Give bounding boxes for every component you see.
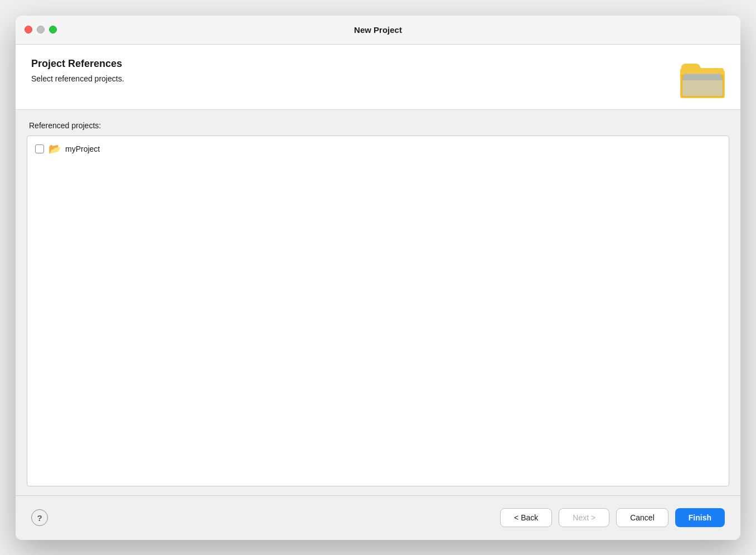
title-bar: New Project bbox=[16, 16, 740, 45]
header-subtitle: Select referenced projects. bbox=[31, 74, 124, 83]
footer-buttons: < Back Next > Cancel Finish bbox=[500, 508, 725, 527]
header-text: Project References Select referenced pro… bbox=[31, 58, 124, 83]
content-label: Referenced projects: bbox=[27, 121, 729, 130]
back-button[interactable]: < Back bbox=[500, 508, 552, 527]
content-area: Referenced projects: 📂 myProject bbox=[16, 110, 740, 495]
project-item[interactable]: 📂 myProject bbox=[32, 141, 724, 157]
next-button: Next > bbox=[559, 508, 609, 527]
project-checkbox[interactable] bbox=[35, 144, 44, 153]
project-name: myProject bbox=[65, 144, 100, 153]
cancel-button[interactable]: Cancel bbox=[616, 508, 668, 527]
header-area: Project References Select referenced pro… bbox=[16, 45, 740, 110]
new-project-window: New Project Project References Select re… bbox=[16, 16, 740, 540]
project-list: 📂 myProject bbox=[27, 136, 729, 486]
minimize-button[interactable] bbox=[37, 26, 45, 33]
project-folder-icon: 📂 bbox=[49, 143, 61, 155]
maximize-button[interactable] bbox=[49, 26, 57, 33]
svg-rect-1 bbox=[682, 80, 723, 96]
help-button[interactable]: ? bbox=[31, 509, 48, 526]
traffic-lights bbox=[25, 26, 57, 33]
close-button[interactable] bbox=[25, 26, 32, 33]
finish-button[interactable]: Finish bbox=[675, 508, 725, 527]
footer: ? < Back Next > Cancel Finish bbox=[16, 495, 740, 540]
window-title: New Project bbox=[354, 25, 402, 35]
folder-icon bbox=[680, 58, 725, 98]
header-title: Project References bbox=[31, 58, 124, 70]
